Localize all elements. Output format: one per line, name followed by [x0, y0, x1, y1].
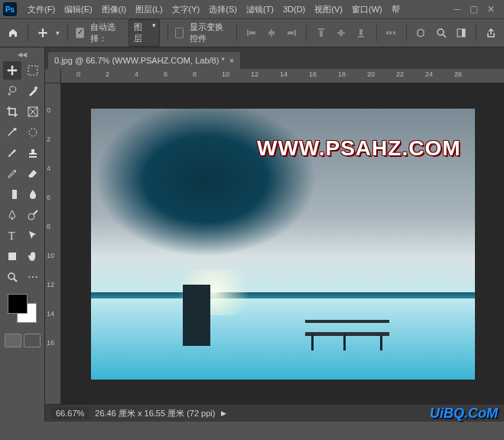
svg-rect-7	[320, 31, 323, 37]
tab-close-icon[interactable]: ×	[229, 56, 234, 65]
auto-select-checkbox[interactable]	[76, 28, 84, 38]
ruler-corner	[45, 69, 61, 83]
gradient-tool[interactable]	[3, 185, 21, 204]
distribute-icon[interactable]	[384, 24, 398, 42]
search-icon[interactable]	[434, 24, 448, 42]
toolbox-collapse[interactable]: ◀◀	[2, 51, 43, 58]
menu-select[interactable]: 选择(S)	[204, 2, 242, 17]
move-tool-icon[interactable]	[36, 24, 50, 42]
canvas[interactable]: WWW.PSAHZ.COM	[61, 83, 504, 404]
svg-rect-1	[249, 31, 255, 34]
close-button[interactable]: ✕	[487, 4, 495, 15]
svg-rect-11	[359, 29, 363, 35]
status-bar: 66.67% 26.46 厘米 x 16.55 厘米 (72 ppi) ▶ Ui…	[45, 404, 504, 422]
svg-rect-4	[294, 30, 296, 36]
3d-mode-icon[interactable]	[414, 24, 428, 42]
quick-mask-icon[interactable]	[5, 334, 21, 347]
lasso-tool[interactable]	[3, 82, 21, 100]
history-brush-tool[interactable]	[3, 165, 21, 183]
eyedropper-tool[interactable]	[3, 123, 21, 142]
marquee-tool[interactable]	[24, 61, 42, 80]
svg-rect-19	[28, 66, 37, 75]
align-bottom-icon[interactable]	[354, 24, 368, 42]
hand-tool[interactable]	[24, 247, 42, 266]
svg-rect-29	[8, 253, 16, 260]
zoom-tool[interactable]	[3, 268, 21, 286]
svg-rect-3	[268, 31, 275, 34]
stamp-tool[interactable]	[24, 144, 42, 162]
move-tool[interactable]	[3, 61, 21, 80]
align-top-icon[interactable]	[314, 24, 328, 42]
maximize-button[interactable]: ▢	[470, 4, 478, 15]
svg-rect-14	[393, 31, 395, 34]
document-tab[interactable]: 0.jpg @ 66.7% (WWW.PSAHZ.COM, Lab/8) * ×	[48, 52, 240, 69]
menu-image[interactable]: 图像(I)	[97, 2, 131, 17]
horizontal-ruler[interactable]: 02468101214161820222426	[61, 69, 504, 83]
svg-text:T: T	[8, 230, 15, 242]
auto-select-label: 自动选择：	[90, 21, 122, 44]
patch-tool[interactable]	[24, 123, 42, 142]
svg-line-31	[14, 279, 17, 282]
svg-point-26	[28, 213, 34, 220]
screen-mode-icon[interactable]	[24, 334, 41, 347]
show-transform-checkbox[interactable]	[175, 28, 184, 38]
menu-filter[interactable]: 滤镜(T)	[242, 2, 278, 17]
vertical-ruler[interactable]: 0246810121416	[45, 83, 61, 404]
info-dropdown-icon[interactable]: ▶	[221, 409, 226, 417]
blur-tool[interactable]	[24, 185, 42, 204]
edit-toolbar[interactable]: ⋯	[24, 268, 42, 286]
watermark-text: WWW.PSAHZ.COM	[257, 136, 461, 161]
menu-type[interactable]: 文字(Y)	[167, 2, 205, 17]
menu-layer[interactable]: 图层(L)	[131, 2, 167, 17]
menu-view[interactable]: 视图(V)	[310, 2, 347, 17]
svg-rect-18	[462, 29, 465, 37]
home-icon[interactable]	[6, 24, 20, 42]
bench-graphic	[305, 320, 389, 350]
path-select-tool[interactable]	[24, 227, 42, 245]
document-image: WWW.PSAHZ.COM	[91, 109, 475, 380]
svg-point-30	[8, 273, 15, 279]
foreground-color[interactable]	[8, 294, 28, 314]
minimize-button[interactable]: ─	[454, 4, 460, 15]
eraser-tool[interactable]	[24, 165, 42, 183]
menu-file[interactable]: 文件(F)	[23, 2, 60, 17]
type-tool[interactable]: T	[3, 227, 21, 245]
toolbox: ◀◀ T ⋯	[0, 47, 45, 422]
shape-tool[interactable]	[3, 247, 21, 266]
color-swatches[interactable]	[8, 294, 37, 323]
menu-window[interactable]: 窗口(W)	[347, 2, 387, 17]
options-bar: ▾ 自动选择： 图层 显示变换控件	[0, 19, 504, 47]
svg-line-16	[443, 34, 446, 37]
dodge-tool[interactable]	[24, 206, 42, 224]
svg-rect-12	[386, 31, 389, 34]
align-left-icon[interactable]	[244, 24, 258, 42]
workspace-icon[interactable]	[454, 24, 468, 42]
menu-edit[interactable]: 编辑(E)	[60, 2, 97, 17]
frame-tool[interactable]	[24, 103, 42, 121]
show-transform-label: 显示变换控件	[190, 21, 228, 44]
svg-rect-25	[8, 190, 12, 199]
auto-select-target-dropdown[interactable]: 图层	[128, 19, 160, 47]
svg-rect-0	[247, 30, 249, 36]
svg-rect-9	[340, 30, 343, 36]
document-tabs: 0.jpg @ 66.7% (WWW.PSAHZ.COM, Lab/8) * ×	[45, 47, 504, 69]
align-right-icon[interactable]	[285, 24, 298, 42]
brand-watermark: UiBQ.CoM	[430, 406, 498, 422]
document-info[interactable]: 26.46 厘米 x 16.55 厘米 (72 ppi)	[95, 408, 215, 419]
menu-help[interactable]: 帮	[387, 2, 405, 17]
svg-rect-10	[358, 36, 364, 37]
main-menu-bar: Ps 文件(F) 编辑(E) 图像(I) 图层(L) 文字(Y) 选择(S) 滤…	[0, 0, 504, 19]
menu-3d[interactable]: 3D(D)	[278, 3, 310, 15]
tab-title: 0.jpg @ 66.7% (WWW.PSAHZ.COM, Lab/8) *	[54, 56, 225, 65]
align-hcenter-icon[interactable]	[265, 24, 278, 42]
zoom-level[interactable]: 66.67%	[51, 407, 89, 419]
share-icon[interactable]	[484, 24, 498, 42]
crop-tool[interactable]	[3, 103, 21, 121]
brush-tool[interactable]	[3, 144, 21, 162]
app-logo: Ps	[3, 2, 17, 16]
align-vcenter-icon[interactable]	[334, 24, 348, 42]
svg-point-15	[437, 29, 444, 35]
pen-tool[interactable]	[3, 206, 21, 224]
magic-wand-tool[interactable]	[24, 82, 42, 100]
svg-line-27	[34, 210, 37, 214]
